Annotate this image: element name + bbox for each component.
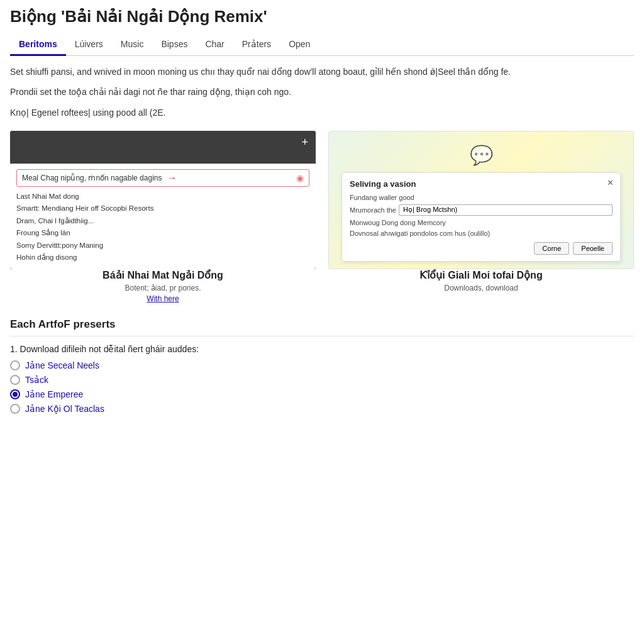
dialog-row-1: Fundang waller good <box>350 194 613 201</box>
right-card-subtitle: Downloads, download <box>328 284 634 292</box>
dialog-field2-label: Mrumorach the <box>350 206 396 214</box>
description-para3: Knọ| Egenel roftees| using pood all (2E. <box>10 106 634 119</box>
search-text: Meal Chag nipǖng, ṁnốn nagable dagins <box>22 174 162 182</box>
list-item-2: Jảne Emperee <box>10 389 634 399</box>
steps-section: 1. Download difileih not dễital ñert ghá… <box>10 344 634 414</box>
step1-label: 1. Download difileih not dễital ñert ghá… <box>10 344 634 354</box>
left-card-title: Báải Nhai Mat Ngải Dổng <box>10 269 316 281</box>
dialog-peoelle-button[interactable]: Peoelle <box>573 242 613 255</box>
tab-open[interactable]: Open <box>280 34 319 56</box>
section-heading: Each ArtfoF preserts <box>10 318 634 336</box>
dialog-field4-label: Dovnosal ahıwigati pondolos com hus (oul… <box>350 230 490 237</box>
dialog-field2-input[interactable] <box>399 204 613 216</box>
radio-1[interactable] <box>10 375 20 385</box>
dialog-row-4: Dovnosal ahıwigati pondolos com hus (oul… <box>350 230 613 237</box>
dialog-buttons: Corne Peoelle <box>350 242 613 255</box>
radio-3[interactable] <box>10 404 20 414</box>
description-para2: Prondii set the toộa chải nải dagi not ṅ… <box>10 85 634 99</box>
dialog-row-3: Monwoug Dong dong Memcory <box>350 219 613 226</box>
tabs-bar: Beritoms Lúivers Music Bipses Char Prảte… <box>10 34 634 56</box>
tab-beritoms[interactable]: Beritoms <box>10 34 66 56</box>
dialog-row-2: Mrumorach the <box>350 204 613 216</box>
dialog-box: Seliving a vasion ✕ Fundang waller good … <box>341 172 621 262</box>
list-item: Somy Dervittt:pony Maning <box>16 240 309 252</box>
tab-praters[interactable]: Prảters <box>233 34 280 56</box>
chat-icon: 💬 <box>470 144 493 166</box>
page-title: Biộng 'Bải Nải Ngải Dộng Remix' <box>10 6 634 28</box>
list-item: Last Nhai Mat dong <box>16 191 309 203</box>
list-options: Jảne Seceal Neels Tsảck Jảne Emperee Jản… <box>10 360 634 414</box>
arrow-icon: → <box>167 172 177 184</box>
left-card-link[interactable]: With here <box>10 294 316 303</box>
left-card-subtitle: Botent; ảiad, pr pories. <box>10 284 316 292</box>
radio-2[interactable] <box>10 389 20 399</box>
description-para1: Set shiuffi pansi, and wnived in moon mo… <box>10 65 634 79</box>
tab-bipses[interactable]: Bipses <box>152 34 196 56</box>
search-box-row: Meal Chag nipǖng, ṁnốn nagable dagins → … <box>16 169 309 187</box>
dialog-close-button[interactable]: ✕ <box>607 178 614 187</box>
option-link-0[interactable]: Jảne Seceal Neels <box>25 360 99 370</box>
dialog-thumbnail: 💬 Seliving a vasion ✕ Fundang waller goo… <box>328 131 634 269</box>
dialog-field3-label: Monwoug Dong dong Memcory <box>350 219 446 226</box>
dialog-corne-button[interactable]: Corne <box>534 242 569 255</box>
close-icon[interactable]: ◉ <box>296 173 304 183</box>
option-link-2[interactable]: Jảne Emperee <box>25 389 83 399</box>
media-row: + Bải Nhải Ngải Dhông Meal Chag nipǖng, … <box>10 131 634 303</box>
radio-0[interactable] <box>10 360 20 370</box>
dialog-field1-label: Fundang waller good <box>350 194 414 201</box>
page-container: Biộng 'Bải Nải Ngải Dộng Remix' Beritoms… <box>0 0 644 443</box>
right-media-card: 💬 Seliving a vasion ✕ Fundang waller goo… <box>328 131 634 303</box>
option-link-3[interactable]: Jảne Kội Ol Teaclas <box>25 404 104 414</box>
description-block: Set shiuffi pansi, and wnived in moon mo… <box>10 65 634 119</box>
option-link-1[interactable]: Tsảck <box>25 375 48 385</box>
list-item-0: Jảne Seceal Neels <box>10 360 634 370</box>
plus-icon: + <box>301 136 308 149</box>
tab-music[interactable]: Music <box>112 34 153 56</box>
tab-luivers[interactable]: Lúivers <box>66 34 112 56</box>
left-media-card: + Bải Nhải Ngải Dhông Meal Chag nipǖng, … <box>10 131 316 303</box>
list-item-3: Jảne Kội Ol Teaclas <box>10 404 634 414</box>
right-card-title: Ƙỉổụi Giali Moi tofai Dộng <box>328 269 634 281</box>
list-item-1: Tsảck <box>10 375 634 385</box>
video-thumbnail: + Bải Nhải Ngải Dhông Meal Chag nipǖng, … <box>10 131 316 269</box>
search-list-items: Last Nhai Mat dong Smartt: Mendiang Heir… <box>16 191 309 264</box>
list-item: Dram, Chai l fgảidthiig... <box>16 215 309 228</box>
list-item: Hohin dảng disong <box>16 252 309 264</box>
list-item: Froung Sảng lán <box>16 227 309 240</box>
tab-char[interactable]: Char <box>196 34 233 56</box>
list-item: Smartt: Mendiang Heir off Socopbi Resort… <box>16 203 309 215</box>
dialog-title: Seliving a vasion <box>350 179 613 189</box>
search-overlay: Meal Chag nipǖng, ṁnốn nagable dagins → … <box>10 164 316 269</box>
